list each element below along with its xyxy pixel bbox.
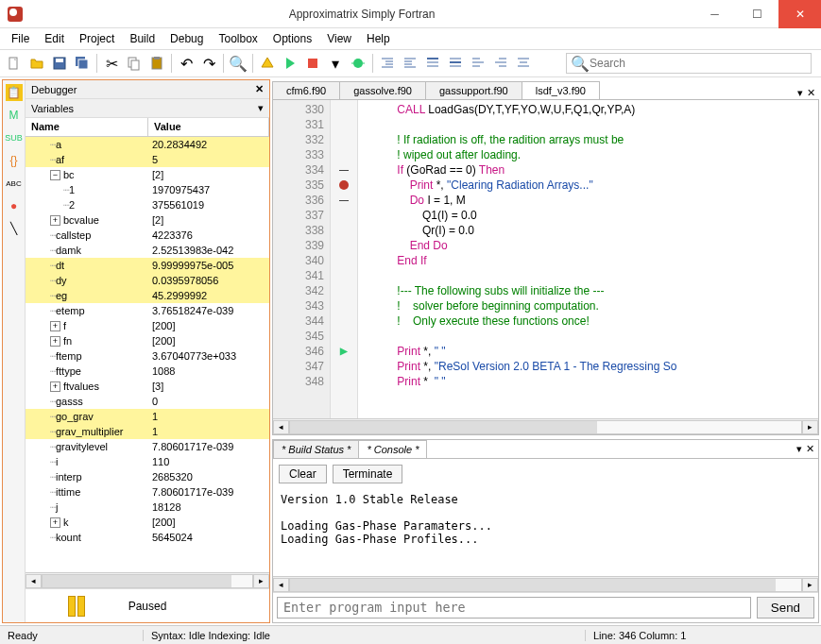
format-icon[interactable] — [422, 53, 443, 74]
variable-row[interactable]: ┈ eg45.2999992 — [26, 288, 269, 303]
scroll-right-icon[interactable]: ▸ — [802, 420, 818, 434]
breakpoint-icon[interactable] — [339, 180, 349, 190]
menu-view[interactable]: View — [319, 30, 359, 47]
editor-tab[interactable]: gassupport.f90 — [425, 81, 522, 99]
clear-button[interactable]: Clear — [279, 465, 327, 483]
new-file-icon[interactable] — [4, 53, 25, 74]
variable-row[interactable]: + bcvalue[2] — [26, 212, 269, 228]
tree-toggle-icon[interactable]: + — [50, 517, 60, 528]
code-area[interactable]: CALL LoadGas(DY,T,YF,YO,W,U,F,Q1,Qr,YP,A… — [358, 100, 818, 418]
variable-row[interactable]: ┈ ittime7.80601717e-039 — [26, 484, 269, 500]
variables-list[interactable]: ┈ a20.2834492┈ af5− bc[2]┈ 11970975437┈ … — [26, 137, 269, 572]
send-button[interactable]: Send — [757, 597, 814, 619]
editor-tab[interactable]: gassolve.f90 — [339, 81, 426, 99]
variables-panel-header[interactable]: Variables ▾ — [26, 99, 269, 118]
terminate-button[interactable]: Terminate — [333, 465, 403, 483]
variable-row[interactable]: ┈ etemp3.76518247e-039 — [26, 303, 269, 318]
variable-row[interactable]: ┈ dy0.0395978056 — [26, 273, 269, 288]
console-input[interactable] — [277, 597, 751, 619]
variable-row[interactable]: + k[200] — [26, 515, 269, 530]
variable-row[interactable]: ┈ damk2.52513983e-042 — [26, 243, 269, 258]
variable-row[interactable]: ┈ 11970975437 — [26, 182, 269, 197]
menu-options[interactable]: Options — [265, 30, 319, 47]
line-number-gutter[interactable]: 3303313323333343353363373383393403413423… — [273, 100, 330, 418]
variables-expand-icon[interactable]: ▾ — [258, 102, 264, 114]
scroll-right-icon[interactable]: ▸ — [802, 578, 818, 592]
outdent-icon[interactable] — [400, 53, 420, 74]
editor-tab[interactable]: lsdf_v3.f90 — [522, 81, 600, 99]
indent-icon[interactable] — [377, 53, 398, 74]
menu-toolbox[interactable]: Toolbox — [211, 30, 265, 47]
types-tab-icon[interactable]: {} — [6, 152, 23, 169]
tree-toggle-icon[interactable]: + — [50, 336, 60, 347]
format3-icon[interactable] — [468, 53, 488, 74]
debug-icon[interactable] — [348, 53, 368, 74]
tree-toggle-icon[interactable]: + — [50, 381, 60, 392]
variable-row[interactable]: ┈ interp2685320 — [26, 469, 269, 484]
col-value-header[interactable]: Value — [148, 118, 269, 136]
console-h-scrollbar[interactable]: ◂ ▸ — [273, 576, 818, 592]
search-input[interactable] — [590, 57, 807, 70]
copy-icon[interactable] — [124, 53, 145, 74]
tree-toggle-icon[interactable]: − — [50, 170, 60, 180]
menu-build[interactable]: Build — [122, 30, 162, 47]
search-box[interactable]: 🔍 — [566, 53, 812, 74]
variable-row[interactable]: ┈ go_grav1 — [26, 409, 269, 424]
tab-menu-icon[interactable]: ▾ — [796, 443, 802, 455]
debug-margin[interactable]: ——▶ — [330, 100, 358, 418]
redo-icon[interactable]: ↷ — [198, 53, 219, 74]
run-icon[interactable] — [280, 53, 300, 74]
abc-tab-icon[interactable]: ABC — [6, 175, 23, 192]
tab-menu-icon[interactable]: ▾ — [797, 87, 803, 99]
dropdown-icon[interactable]: ▾ — [325, 53, 346, 74]
tools-tab-icon[interactable]: ╲ — [6, 220, 23, 237]
variable-row[interactable]: ┈ gasss0 — [26, 394, 269, 409]
variable-row[interactable]: + f[200] — [26, 318, 269, 333]
build-icon[interactable] — [257, 53, 278, 74]
stop-icon[interactable] — [302, 53, 323, 74]
variable-row[interactable]: ┈ callstep4223376 — [26, 228, 269, 243]
projects-tab-icon[interactable]: 📋 — [6, 84, 23, 101]
cut-icon[interactable]: ✂ — [101, 53, 122, 74]
editor-h-scrollbar[interactable]: ◂ ▸ — [273, 418, 818, 434]
vars-h-scrollbar[interactable]: ◂ ▸ — [26, 572, 269, 588]
modules-tab-icon[interactable]: M — [6, 107, 23, 124]
format2-icon[interactable] — [445, 53, 466, 74]
variable-row[interactable]: ┈ a20.2834492 — [26, 137, 269, 152]
menu-edit[interactable]: Edit — [37, 30, 72, 47]
minimize-button[interactable]: ─ — [693, 0, 736, 28]
variable-row[interactable]: ┈ gravitylevel7.80601717e-039 — [26, 439, 269, 454]
undo-icon[interactable]: ↶ — [176, 53, 197, 74]
save-all-icon[interactable] — [72, 53, 93, 74]
menu-help[interactable]: Help — [359, 30, 398, 47]
format5-icon[interactable] — [513, 53, 534, 74]
variable-row[interactable]: + ftvalues[3] — [26, 379, 269, 394]
console-output[interactable]: Version 1.0 Stable Release Loading Gas-P… — [273, 489, 818, 576]
variable-row[interactable]: ┈ fttype1088 — [26, 364, 269, 379]
scroll-left-icon[interactable]: ◂ — [273, 420, 289, 434]
variable-row[interactable]: ┈ grav_multiplier1 — [26, 424, 269, 439]
panel-close-icon[interactable]: ✕ — [255, 83, 264, 95]
tab-close-icon[interactable]: ✕ — [807, 87, 815, 99]
variable-row[interactable]: ┈ i110 — [26, 454, 269, 469]
paste-icon[interactable] — [146, 53, 167, 74]
variable-row[interactable]: ┈ ftemp3.67040773e+033 — [26, 348, 269, 364]
scroll-left-icon[interactable]: ◂ — [273, 578, 289, 592]
subs-tab-icon[interactable]: SUB — [6, 129, 23, 146]
open-folder-icon[interactable] — [26, 53, 47, 74]
close-button[interactable]: ✕ — [778, 0, 821, 28]
maximize-button[interactable]: ☐ — [736, 0, 778, 28]
format4-icon[interactable] — [490, 53, 511, 74]
col-name-header[interactable]: Name — [26, 118, 148, 136]
variable-row[interactable]: + fn[200] — [26, 333, 269, 348]
variable-row[interactable]: − bc[2] — [26, 167, 269, 182]
find-icon[interactable]: 🔍 — [228, 53, 248, 74]
bottom-tab[interactable]: * Console * — [358, 440, 427, 458]
breakpoints-tab-icon[interactable]: ● — [6, 197, 23, 214]
variable-row[interactable]: ┈ 2375561019 — [26, 197, 269, 212]
tab-close-icon[interactable]: ✕ — [806, 443, 814, 455]
variable-row[interactable]: ┈ kount5645024 — [26, 530, 269, 545]
variable-row[interactable]: ┈ af5 — [26, 152, 269, 167]
save-icon[interactable] — [49, 53, 70, 74]
variable-row[interactable]: ┈ j18128 — [26, 500, 269, 515]
